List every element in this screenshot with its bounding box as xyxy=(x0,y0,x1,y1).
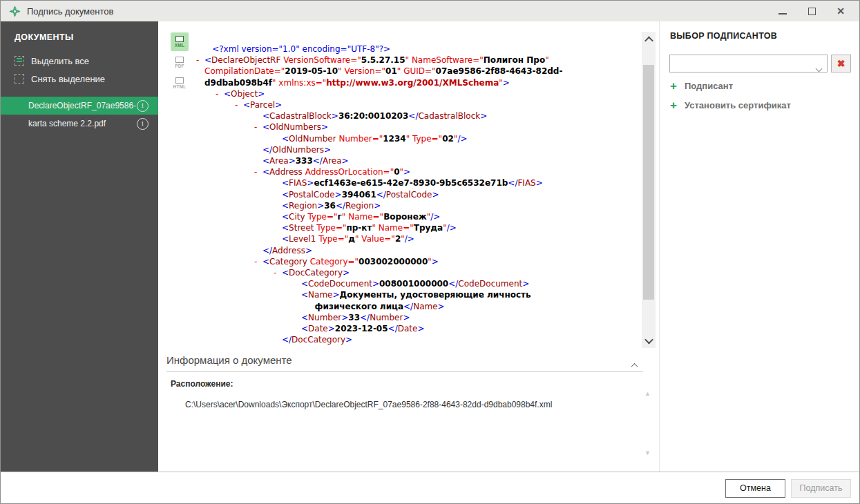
xml-token: </ xyxy=(360,313,370,322)
xml-token: 5.5.27.15 xyxy=(361,55,405,65)
xml-token: > xyxy=(317,201,324,211)
close-button[interactable]: ✕ xyxy=(834,5,847,17)
xml-token: Region xyxy=(289,201,317,211)
xml-token: CadastralBlock xyxy=(418,111,480,121)
xml-token: < xyxy=(282,212,289,222)
cancel-button[interactable]: Отмена xyxy=(725,479,785,498)
select-all-action[interactable]: Выделить все xyxy=(1,52,158,70)
document-label: DeclareObjectRF_07ae9586-... xyxy=(28,101,137,110)
xml-token: 02 xyxy=(442,134,454,144)
window-controls: ✕ xyxy=(776,1,859,21)
collapse-marker[interactable]: - xyxy=(274,267,282,278)
xml-line: - <DeclareObjectRF VersionSoftware="5.5.… xyxy=(196,55,638,66)
app-logo-icon xyxy=(9,6,21,17)
document-list: DeclareObjectRF_07ae9586-...ikarta schem… xyxy=(1,97,158,133)
deselect-all-label: Снять выделение xyxy=(31,74,105,84)
xml-token: пр-кт xyxy=(346,223,372,233)
deselect-all-action[interactable]: Снять выделение xyxy=(1,70,158,88)
maximize-button[interactable] xyxy=(805,5,818,17)
maximize-icon xyxy=(808,8,816,15)
scrollbar-thumb[interactable] xyxy=(643,65,654,300)
xml-token: 2019-05-10 xyxy=(285,66,338,76)
collapse-marker[interactable]: - xyxy=(196,55,204,66)
xml-token: 36 xyxy=(324,201,336,211)
info-icon[interactable]: i xyxy=(137,118,149,130)
xml-token: Parcel xyxy=(250,100,275,110)
xml-token: Address xyxy=(269,167,303,177)
xml-token: > xyxy=(342,156,349,166)
sign-documents-dialog: Подпись документов ✕ ДОКУМЕНТЫ Выделить … xyxy=(0,0,860,504)
xml-token: " xmlns:xs=" xyxy=(272,78,326,88)
xml-line: <Name>Документы, удостоверяющие личность xyxy=(196,289,638,300)
collapse-marker[interactable]: - xyxy=(254,122,262,133)
window-title: Подпись документов xyxy=(27,6,113,17)
dialog-footer: Отмена Подписать xyxy=(1,472,859,504)
add-certificate-link[interactable]: +Установить сертификат xyxy=(670,100,791,110)
xml-token: 2023-12-05 xyxy=(335,324,388,333)
xml-line: - <Address AddressOrLocation="0"> xyxy=(196,166,638,177)
xml-token: Region xyxy=(345,201,374,211)
xml-token: 36:20:0010203 xyxy=(338,111,408,121)
format-tab-pdf[interactable]: PDF xyxy=(171,53,189,72)
plus-icon: + xyxy=(670,100,682,110)
format-tab-label: PDF xyxy=(175,64,184,68)
xml-token: > xyxy=(289,156,296,166)
xml-token: http://www.w3.org/2001/XMLSchema xyxy=(326,78,499,88)
minimize-button[interactable] xyxy=(776,5,789,17)
xml-token: " Name=" xyxy=(342,212,383,222)
xml-token: </ xyxy=(508,178,517,188)
xml-scrollbar[interactable] xyxy=(642,32,656,348)
format-tab-html[interactable]: HTML xyxy=(171,74,189,93)
xml-line: <Number>33</Number> xyxy=(196,312,638,323)
info-scroll-up-icon[interactable]: ▲ xyxy=(644,390,651,397)
xml-line: <Region>36</Region> xyxy=(196,200,638,211)
xml-token: Воронеж xyxy=(383,212,427,222)
xml-token: < xyxy=(282,201,289,211)
format-tab-xml[interactable]: XML xyxy=(171,32,189,51)
xml-token: 003002000000 xyxy=(359,257,428,266)
document-page-icon xyxy=(175,36,184,42)
minimize-icon xyxy=(778,13,787,14)
scroll-down-button[interactable] xyxy=(642,334,656,347)
xml-line: </OldNumbers> xyxy=(196,144,638,155)
collapse-marker[interactable]: - xyxy=(216,88,224,99)
xml-token: OldNumbers xyxy=(269,122,321,132)
chevron-up-icon xyxy=(644,36,653,45)
xml-token: > xyxy=(341,313,348,322)
xml-token: 07ae9586-2f88-4643-82dd- xyxy=(436,66,563,76)
document-item[interactable]: karta scheme 2.2.pdfi xyxy=(1,115,158,133)
info-scroll-down-icon[interactable]: ▼ xyxy=(644,449,651,456)
signer-combobox[interactable] xyxy=(669,55,828,72)
xml-token: > xyxy=(307,178,314,188)
xml-token: <?xml version="1.0" encoding="UTF-8"?> xyxy=(212,44,390,54)
xml-line: <City Type="г" Name="Воронеж"/> xyxy=(196,211,638,222)
info-icon[interactable]: i xyxy=(137,100,149,112)
collapse-marker[interactable]: - xyxy=(254,166,262,177)
location-label: Расположение: xyxy=(171,379,233,389)
sign-button[interactable]: Подписать xyxy=(791,479,851,498)
xml-token: > xyxy=(335,190,342,200)
xml-preview[interactable]: <?xml version="1.0" encoding="UTF-8"?>- … xyxy=(196,43,638,369)
document-item[interactable]: DeclareObjectRF_07ae9586-...i xyxy=(1,97,158,115)
clear-signer-button[interactable]: ✖ xyxy=(831,55,851,72)
xml-line: - <DocCategory> xyxy=(196,267,638,278)
xml-token: < xyxy=(301,279,308,289)
collapse-marker[interactable]: - xyxy=(254,256,262,267)
xml-token: " Type=" xyxy=(406,134,442,144)
xml-line: <CadastralBlock>36:20:0010203</Cadastral… xyxy=(196,110,638,122)
xml-token: < xyxy=(282,134,289,144)
xml-token: Category xyxy=(269,257,307,266)
collapse-info-button[interactable] xyxy=(632,358,637,371)
xml-token: /> xyxy=(430,212,440,222)
link-label: Установить сертификат xyxy=(685,100,791,110)
xml-token: Date xyxy=(398,324,418,333)
xml-token: </ xyxy=(336,201,345,211)
xml-token: > xyxy=(432,190,439,200)
xml-token: 1234 xyxy=(383,134,405,144)
add-signer-link[interactable]: +Подписант xyxy=(670,81,791,91)
xml-line: <OldNumber Number="1234" Type="02"/> xyxy=(196,133,638,144)
xml-token: FIAS xyxy=(517,178,535,188)
scroll-up-button[interactable] xyxy=(642,33,656,46)
collapse-marker[interactable]: - xyxy=(235,99,243,110)
xml-token: > xyxy=(324,145,331,155)
